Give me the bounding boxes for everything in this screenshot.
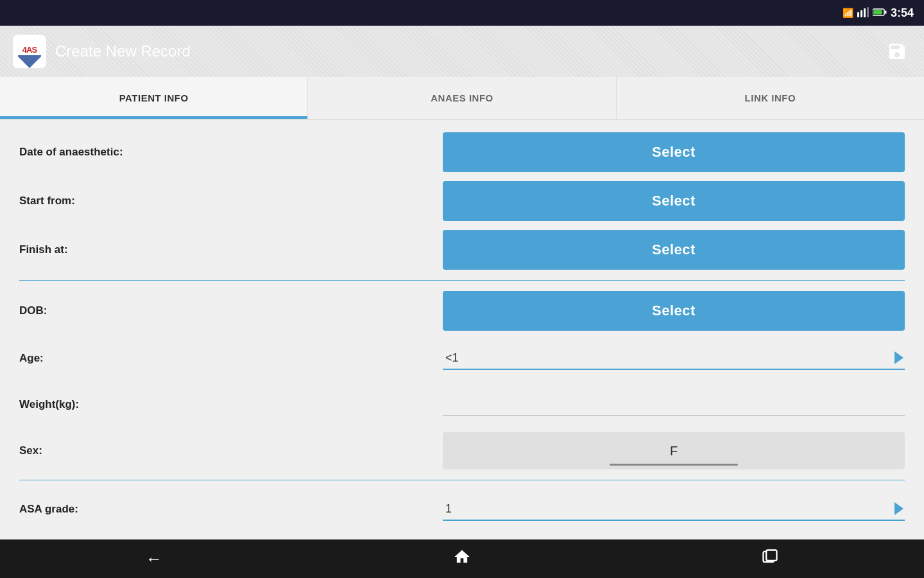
finish-at-row: Finish at: Select (19, 230, 905, 270)
svg-rect-5 (873, 10, 882, 14)
sex-label: Sex: (19, 444, 443, 457)
asa-grade-control: 1 (443, 498, 905, 521)
wifi-icon: 📶 (843, 8, 853, 18)
age-input-wrapper (443, 347, 905, 370)
weight-control (443, 394, 905, 416)
nav-back-button[interactable]: ← (128, 546, 180, 572)
date-of-anaesthetic-control: Select (443, 132, 905, 172)
svg-rect-3 (867, 7, 869, 17)
svg-rect-1 (860, 10, 862, 17)
status-icons: 📶 3:54 (843, 6, 914, 20)
logo-text: 4AS (18, 46, 41, 58)
date-of-anaesthetic-row: Date of anaesthetic: Select (19, 132, 905, 172)
dob-label: DOB: (19, 304, 443, 317)
age-control (443, 347, 905, 370)
start-from-control: Select (443, 181, 905, 221)
sex-selector[interactable]: F (443, 432, 905, 469)
status-bar: 📶 3:54 (0, 0, 924, 26)
asa-value: 1 (443, 498, 894, 520)
nav-bar: ← (0, 539, 924, 578)
dob-control: Select (443, 291, 905, 331)
svg-rect-6 (884, 10, 886, 13)
date-of-anaesthetic-select[interactable]: Select (443, 132, 905, 172)
finish-at-label: Finish at: (19, 243, 443, 256)
nav-recent-button[interactable] (744, 546, 796, 572)
age-label: Age: (19, 352, 443, 365)
section-divider-2 (19, 480, 905, 480)
tab-patient-info[interactable]: PATIENT INFO (0, 77, 308, 119)
date-of-anaesthetic-label: Date of anaesthetic: (19, 146, 443, 159)
start-from-label: Start from: (19, 195, 443, 207)
asa-grade-label: ASA grade: (19, 503, 443, 516)
sex-row: Sex: F (19, 432, 905, 469)
tab-anaes-info[interactable]: ANAES INFO (308, 77, 616, 119)
form-content: Date of anaesthetic: Select Start from: … (0, 119, 924, 539)
age-input[interactable] (443, 347, 894, 369)
battery-icon (873, 8, 887, 19)
asa-caret-icon (894, 502, 903, 515)
nav-home-button[interactable] (436, 546, 488, 572)
asa-grade-row: ASA grade: 1 (19, 491, 905, 528)
app-title: Create New Record (55, 42, 191, 60)
tabs-bar: PATIENT INFO ANAES INFO LINK INFO (0, 77, 924, 119)
weight-row: Weight(kg): (19, 386, 905, 423)
svg-rect-8 (766, 550, 776, 560)
start-from-row: Start from: Select (19, 181, 905, 221)
start-from-select[interactable]: Select (443, 181, 905, 221)
sex-indicator (610, 464, 738, 466)
save-button[interactable] (883, 37, 911, 66)
weight-label: Weight(kg): (19, 398, 443, 411)
section-divider-1 (19, 280, 905, 281)
dob-select[interactable]: Select (443, 291, 905, 331)
svg-rect-2 (864, 8, 866, 17)
home-icon (453, 548, 471, 570)
signal-icon (857, 7, 869, 19)
app-logo: 4AS (13, 35, 46, 68)
asa-input-wrapper: 1 (443, 498, 905, 521)
finish-at-control: Select (443, 230, 905, 270)
status-time: 3:54 (891, 6, 914, 20)
app-bar: 4AS Create New Record (0, 26, 924, 77)
weight-input[interactable] (443, 394, 905, 416)
finish-at-select[interactable]: Select (443, 230, 905, 270)
tab-link-info[interactable]: LINK INFO (617, 77, 924, 119)
app-bar-left: 4AS Create New Record (13, 35, 191, 68)
back-icon: ← (146, 549, 162, 569)
age-caret-icon (894, 351, 903, 364)
sex-value: F (670, 444, 678, 459)
age-row: Age: (19, 340, 905, 377)
recent-icon (761, 548, 779, 570)
svg-rect-0 (857, 12, 859, 17)
sex-control: F (443, 432, 905, 469)
dob-row: DOB: Select (19, 291, 905, 331)
